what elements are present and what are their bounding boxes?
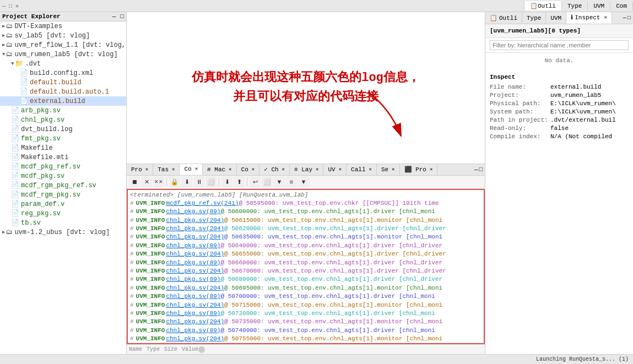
file-link[interactable]: chnl_pkg.sv(204) xyxy=(166,284,224,292)
console-tab-ch[interactable]: ✓ Ch✕ xyxy=(259,164,290,175)
right-tab-type[interactable]: Type xyxy=(522,12,546,24)
tree-item-fmt-pkg[interactable]: 📄fmt_pkg.sv xyxy=(0,134,126,143)
tree-item-uvm-rumen-lab5[interactable]: ▼🗂uvm_rumen_lab5 [dvt: vlog] xyxy=(0,50,126,59)
toolbar-menu-btn[interactable]: ≡ xyxy=(286,176,297,187)
toolbar-pause-btn[interactable]: ⏸ xyxy=(193,176,204,187)
minimize-icon[interactable]: — xyxy=(112,13,116,20)
console-tab-co2[interactable]: Co✕ xyxy=(237,164,260,175)
toolbar-dropdown-btn[interactable]: ▼ xyxy=(274,176,285,187)
filter-input[interactable] xyxy=(490,40,629,50)
toolbar-close-btn[interactable]: ✕ xyxy=(141,176,152,187)
tab-close-icon[interactable]: ✕ xyxy=(392,166,394,172)
tree-item-mcdf-rgm-pkg-ref[interactable]: 📄mcdf_rgm_pkg_ref.sv xyxy=(0,181,126,190)
console-tab-uv[interactable]: UV✕ xyxy=(323,164,347,175)
tree-item-arb-pkg[interactable]: 📄arb_pkg.sv xyxy=(0,106,126,115)
tree-item-dvt-examples[interactable]: ▶🗂DVT-Examples xyxy=(0,21,126,31)
tree-item-uvm-ref-flow[interactable]: ▶🗂uvm_ref_flow_1.1 [dvt: vlog, pf] xyxy=(0,40,126,50)
tab-close-icon[interactable]: ✕ xyxy=(145,166,148,172)
file-link[interactable]: chnl_pkg.sv(89) xyxy=(166,292,220,301)
file-link[interactable]: chnl_pkg.sv(204) xyxy=(166,250,224,258)
file-link[interactable]: chnl_pkg.sv(89) xyxy=(166,309,220,318)
scroll-handle[interactable] xyxy=(198,346,205,353)
tab-type[interactable]: Type xyxy=(562,2,588,10)
tree-item-reg-pkg[interactable]: 📄reg_pkg.sv xyxy=(0,209,126,218)
file-link[interactable]: mcdf_pkg_ref.sv(241) xyxy=(166,199,239,208)
tree-item-mcdf-rgm-pkg[interactable]: 📄mcdf_rgm_pkg.sv xyxy=(0,190,126,199)
inspect-close-icon[interactable]: ✕ xyxy=(604,14,607,20)
right-tab-uvm[interactable]: UVM xyxy=(546,12,566,24)
right-panel-max-icon[interactable]: □ xyxy=(627,15,631,21)
tree-item-sv-lab5[interactable]: ▶🗂sv_lab5 [dvt: vlog] xyxy=(0,31,126,40)
toolbar-close-all-btn[interactable]: ✕✕ xyxy=(153,176,164,187)
file-link[interactable]: chnl_pkg.sv(204) xyxy=(166,233,224,241)
file-link[interactable]: chnl_pkg.sv(204) xyxy=(166,318,224,326)
tab-close-icon[interactable]: ✕ xyxy=(172,166,175,172)
console-tab-call[interactable]: Call✕ xyxy=(347,164,377,175)
file-link[interactable]: chnl_pkg.sv(89) xyxy=(166,275,220,284)
tree-item-makefile-mti[interactable]: 📄Makefile.mti xyxy=(0,153,126,162)
toolbar-scroll-down-btn[interactable]: ⬇ xyxy=(181,176,192,187)
file-link[interactable]: chnl_pkg.sv(204) xyxy=(166,335,224,343)
tab-close-icon[interactable]: ✕ xyxy=(430,166,432,172)
file-link[interactable]: chnl_pkg.sv(89) xyxy=(166,242,220,250)
tab-close-icon[interactable]: ✕ xyxy=(252,166,255,172)
tab-close-icon[interactable]: ✕ xyxy=(369,166,371,172)
toolbar-scroll-lock-btn[interactable]: 🔒 xyxy=(169,176,180,187)
console-tab-pro2[interactable]: ⬛ Pro✕ xyxy=(400,164,438,175)
console-tab-pro1[interactable]: Pro✕ xyxy=(127,164,153,175)
tree-item-build-config[interactable]: 📄build.config.xml xyxy=(0,68,126,78)
console-line: #UVM_INFOchnl_pkg.sv(89) @ 50680000: uvm… xyxy=(130,275,481,284)
console-min-icon[interactable]: — xyxy=(474,166,478,173)
right-tab-inspect[interactable]: ℹ Inspect ✕ xyxy=(566,12,612,24)
tab-close-icon[interactable]: ✕ xyxy=(339,166,342,172)
toolbar-down-btn[interactable]: ⬇ xyxy=(221,176,232,187)
tree-item-default-build-auto[interactable]: 📄default.build.auto.1 xyxy=(0,87,126,96)
file-link[interactable]: chnl_pkg.sv(89) xyxy=(166,327,220,335)
file-link[interactable]: chnl_pkg.sv(89) xyxy=(166,259,220,267)
tree-item-dvt-build-log[interactable]: 📄dvt_build.log xyxy=(0,124,126,134)
maximize-icon[interactable]: □ xyxy=(120,13,124,20)
file-icon: 📄 xyxy=(11,144,19,152)
line-prefix: # xyxy=(130,250,134,258)
file-link[interactable]: chnl_pkg.sv(89) xyxy=(166,208,220,216)
console-tab-lay[interactable]: ≡ Lay✕ xyxy=(290,164,323,175)
tree-item-mcdf-pkg-ref[interactable]: 📄mcdf_pkg_ref.sv xyxy=(0,162,126,171)
console-tab-mac[interactable]: # Mac✕ xyxy=(203,164,236,175)
tab-close-icon[interactable]: ✕ xyxy=(229,166,231,172)
tab-outli[interactable]: 📋 Outli xyxy=(524,1,562,10)
toolbar-up-btn[interactable]: ⬆ xyxy=(234,176,245,187)
toolbar-clear-btn[interactable]: ⬜ xyxy=(205,176,217,187)
tree-item-chnl-pkg[interactable]: 📄chnl_pkg.sv xyxy=(0,115,126,124)
file-link[interactable]: chnl_pkg.sv(204) xyxy=(166,225,224,233)
tab-close-icon[interactable]: ✕ xyxy=(195,166,198,172)
console-tab-co1[interactable]: Co✕ xyxy=(180,164,203,175)
console-max-icon[interactable]: □ xyxy=(479,166,483,173)
tab-close-icon[interactable]: ✕ xyxy=(316,166,318,172)
tab-com[interactable]: Com xyxy=(610,2,633,10)
file-link[interactable]: chnl_pkg.sv(204) xyxy=(166,267,224,275)
tab-uvm[interactable]: UVM xyxy=(588,2,610,10)
toolbar-view-btn[interactable]: ⬜ xyxy=(262,176,273,187)
toolbar-more-btn[interactable]: ▼ xyxy=(298,176,309,187)
toolbar-wrap-btn[interactable]: ↩ xyxy=(250,176,261,187)
toolbar-stop-btn[interactable]: ⏹ xyxy=(129,176,140,187)
file-link[interactable]: chnl_pkg.sv(204) xyxy=(166,216,224,225)
file-icon: 📄 xyxy=(20,97,28,105)
console-tab-se[interactable]: Se✕ xyxy=(377,164,400,175)
line-msg: @ 50695000: uvm_test_top.env.chnl_agts[1… xyxy=(224,284,442,292)
tree-item-uvm-ubus[interactable]: ▶🗂uvm-1.2_ubus [dvt: vlog] xyxy=(0,227,126,237)
tree-item-param-def[interactable]: 📄param_def.v xyxy=(0,199,126,209)
tree-item-makefile[interactable]: 📄Makefile xyxy=(0,143,126,153)
tree-item-dvt-folder[interactable]: ▼📁.dvt xyxy=(0,59,126,68)
console-line: #UVM_INFOchnl_pkg.sv(204) @ 50620000: uv… xyxy=(130,225,481,233)
tree-item-mcdf-pkg[interactable]: 📄mcdf_pkg.sv xyxy=(0,171,126,181)
tree-item-external-build[interactable]: 📄external.build xyxy=(0,96,126,106)
tree-item-default-build[interactable]: 📄default.build xyxy=(0,78,126,87)
file-link[interactable]: chnl_pkg.sv(204) xyxy=(166,301,224,309)
tab-close-icon[interactable]: ✕ xyxy=(282,166,285,172)
console-tab-tas[interactable]: Tas✕ xyxy=(153,164,180,175)
tree-item-tb-sv[interactable]: 📄tb.sv xyxy=(0,218,126,227)
tree-item-label: build.config.xml xyxy=(30,69,93,77)
right-panel-min-icon[interactable]: — xyxy=(623,15,626,21)
right-tab-outli[interactable]: 📋 Outli xyxy=(485,12,522,24)
